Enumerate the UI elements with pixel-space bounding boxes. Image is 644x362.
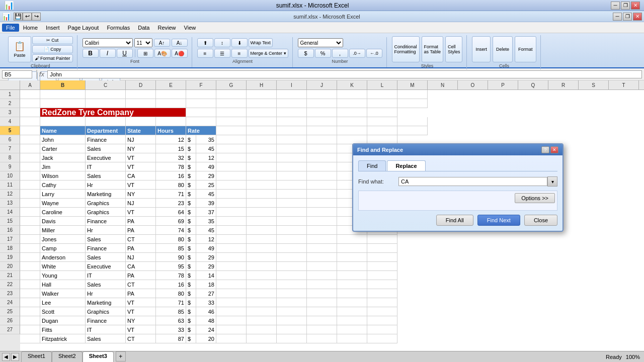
win-close[interactable]: ✕ [633,13,642,21]
conditional-formatting-button[interactable]: ConditionalFormatting [392,36,420,62]
insert-cells-button[interactable]: Insert [472,36,491,62]
percent-button[interactable]: % [315,49,331,58]
underline-button[interactable]: U [117,49,133,58]
font-name-select[interactable]: Calibri [83,38,133,47]
comma-button[interactable]: , [332,49,348,58]
cell-d1[interactable] [126,90,156,99]
menu-home[interactable]: Home [19,24,42,32]
row-5: 5 [0,126,20,135]
find-what-label: Find what: [358,178,398,185]
undo-quick-btn[interactable]: ↩ [23,13,32,21]
name-box[interactable] [2,70,32,78]
align-middle-button[interactable]: ↕ [214,38,230,47]
header-name[interactable]: Name [40,126,86,135]
number-format-select[interactable]: General [298,38,343,47]
find-dropdown-button[interactable]: ▾ [547,176,557,187]
header-hours[interactable]: Hours [156,126,186,135]
close-dialog-button[interactable]: Close [524,215,557,226]
cell-c1[interactable] [86,90,126,99]
dialog-tab-replace[interactable]: Replace [387,160,425,171]
find-what-input[interactable] [398,177,547,186]
font-size-select[interactable]: 11 [134,38,152,47]
increase-font-button[interactable]: A↑ [154,39,170,47]
cell-b1[interactable] [40,90,86,99]
decrease-font-button[interactable]: A↓ [172,39,188,47]
win-minimize[interactable]: ─ [613,13,622,21]
merge-cells-button[interactable]: Merge & Center ▾ [249,49,288,58]
menu-formulas[interactable]: Formulas [103,24,134,32]
align-left-button[interactable]: ≡ [197,49,213,58]
currency-button[interactable]: $ [298,49,314,58]
sheet-tab-1[interactable]: Sheet1 [21,351,52,362]
copy-button[interactable]: 📄 Copy [32,45,73,53]
sheet-tab-2[interactable]: Sheet2 [52,351,83,362]
minimize-button[interactable]: ─ [611,2,620,10]
cell-h1[interactable] [247,90,277,99]
italic-button[interactable]: I [100,49,116,58]
table-row: JonesSalesCT80$12 [20,235,644,244]
borders-button[interactable]: ⊞ [137,49,153,58]
fill-color-button[interactable]: A🎨 [154,49,171,58]
wrap-text-button[interactable]: Wrap Text [249,38,273,47]
cell-e1[interactable] [156,90,186,99]
header-rate[interactable]: Rate [186,126,216,135]
find-all-button[interactable]: Find All [436,215,473,226]
cell-a1[interactable] [20,90,40,99]
cell-l1[interactable] [367,90,397,99]
bold-button[interactable]: B [83,49,99,58]
align-top-button[interactable]: ⬆ [197,38,213,47]
cell-styles-button[interactable]: CellStyles [445,36,463,62]
cell-k1[interactable] [337,90,367,99]
company-name-cell[interactable]: RedZone Tyre Company [40,108,186,117]
table-row: LeeMarketingVT71$33 [20,298,644,307]
quick-title: sumif.xlsx - Microsoft Excel [41,14,613,20]
format-as-table-button[interactable]: Formatas Table [422,36,443,62]
dec-decrease-button[interactable]: ←.0 [366,49,382,58]
close-button[interactable]: ✕ [631,2,640,10]
menu-review[interactable]: Review [153,24,180,32]
menu-view[interactable]: View [180,24,200,32]
paste-button[interactable]: 📋 Paste [8,36,31,62]
font-color-button[interactable]: A🔴 [172,49,188,58]
format-painter-button[interactable]: 🖌 Format Painter [32,54,73,62]
find-replace-dialog: Find and Replace ? ✕ Find Replace Find w… [352,143,564,232]
dialog-help-button[interactable]: ? [541,146,549,153]
cell-j1[interactable] [307,90,337,99]
cut-button[interactable]: ✂ Cut [32,36,73,44]
align-right-button[interactable]: ≡ [231,49,248,58]
cell-f1[interactable] [186,90,216,99]
table-row [20,90,644,99]
delete-cells-button[interactable]: Delete [493,36,513,62]
win-restore[interactable]: ❐ [623,13,632,21]
menu-page-layout[interactable]: Page Layout [64,24,103,32]
add-sheet-button[interactable]: + [116,351,126,361]
cell-i1[interactable] [277,90,307,99]
dialog-tab-find[interactable]: Find [358,160,386,171]
find-next-button[interactable]: Find Next [477,215,520,226]
cell-m1[interactable] [397,90,428,99]
save-quick-btn[interactable]: 💾 [14,13,23,21]
sheet-nav-right[interactable]: ▶ [11,353,19,361]
options-button[interactable]: Options >> [515,193,555,203]
menu-file[interactable]: File [2,24,19,32]
row-14: 14 [0,208,20,217]
header-dept[interactable]: Department [86,126,126,135]
menu-data[interactable]: Data [134,24,153,32]
align-bottom-button[interactable]: ⬇ [231,38,248,47]
row-4: 4 [0,117,20,126]
align-center-button[interactable]: ☰ [214,49,230,58]
header-state[interactable]: State [126,126,156,135]
formula-input[interactable] [47,70,642,78]
dialog-close-button[interactable]: ✕ [550,146,558,153]
sheet-nav-left[interactable]: ◀ [2,353,10,361]
cell-g1[interactable] [216,90,247,99]
sheet-tab-3[interactable]: Sheet3 [83,351,114,362]
dec-increase-button[interactable]: .0→ [349,49,365,58]
table-row: ScottGraphicsVT85$46 [20,307,644,316]
menu-insert[interactable]: Insert [42,24,64,32]
row-22: 22 [0,280,20,289]
format-cells-button[interactable]: Format [515,36,536,62]
row-10: 10 [0,171,20,180]
redo-quick-btn[interactable]: ↪ [32,13,41,21]
restore-button[interactable]: ❐ [621,2,630,10]
